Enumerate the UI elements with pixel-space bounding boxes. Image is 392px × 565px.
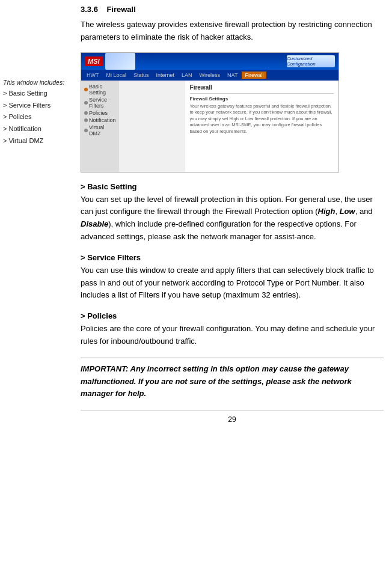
high-label: High (318, 207, 335, 216)
nav-basic-setting: Basic Setting (82, 83, 118, 96)
tab-hwt: HWT (84, 72, 102, 79)
policies-title-text: > Policies (81, 311, 117, 320)
page-number: 29 (81, 410, 384, 429)
nav-bullet-basic (84, 88, 88, 91)
sidebar-item-notification: > Notification (3, 123, 69, 135)
msi-logo: MSI (85, 56, 103, 66)
section-title: Firewall (106, 5, 135, 14)
tab-status: Status (130, 72, 152, 79)
main-content: 3.3.6 Firewall The wireless gateway prov… (72, 0, 392, 565)
screenshot-nav-inner: Basic Setting Service Filters Policies (82, 83, 118, 170)
header-image (105, 53, 135, 70)
sidebar-item-virtual-dmz: > Virtual DMZ (3, 135, 69, 147)
important-box: IMPORTANT: Any incorrect setting in this… (81, 358, 384, 400)
nav-bullet-service (84, 101, 88, 105)
important-label: IMPORTANT: (81, 364, 128, 373)
policies-body: Policies are the core of your firewall c… (81, 323, 384, 348)
nav-virtual-dmz: Virtual DMZ (82, 124, 118, 137)
service-filters-section: > Service Filters You can use this windo… (81, 253, 384, 302)
sidebar-links: > Basic Setting > Service Filters > Poli… (3, 88, 69, 147)
nav-bullet-policies (84, 111, 88, 115)
nav-bullet-notification (84, 118, 88, 122)
tab-firewall: Firewall (242, 72, 266, 79)
screenshot-content-title: Firewall (190, 84, 334, 91)
service-filters-title-text: > Service Filters (81, 253, 141, 262)
service-filters-title: > Service Filters (81, 253, 384, 262)
service-filters-body: You can use this window to create and ap… (81, 264, 384, 302)
section-header: 3.3.6 Firewall (81, 5, 136, 14)
nav-label-dmz: Virtual DMZ (89, 124, 116, 136)
low-label: Low (340, 207, 355, 216)
basic-setting-title: > Basic Setting (81, 182, 384, 191)
tab-wireless: Wireless (197, 72, 224, 79)
config-label: Customized Configuration (287, 56, 335, 67)
policies-section: > Policies Policies are the core of your… (81, 311, 384, 348)
basic-setting-title-text: > Basic Setting (81, 182, 137, 191)
sidebar: This window includes: > Basic Setting > … (0, 0, 72, 565)
sidebar-intro: This window includes: (3, 78, 69, 88)
intro-text: The wireless gateway provides extensive … (81, 19, 384, 44)
screenshot-content-text: Your wireless gateway features powerful … (190, 103, 334, 135)
sidebar-item-service-filters: > Service Filters (3, 100, 69, 112)
tab-internet: Internet (153, 72, 178, 79)
nav-bullet-dmz (84, 129, 88, 132)
screenshot-nav: Basic Setting Service Filters Policies (81, 81, 119, 172)
section-number: 3.3.6 (81, 5, 98, 14)
policies-title: > Policies (81, 311, 384, 320)
sidebar-item-policies: > Policies (3, 111, 69, 123)
config-label-box: Customized Configuration (287, 55, 335, 67)
tab-mi-local: Mi Local (103, 72, 130, 79)
nav-label-notification: Notification (89, 117, 116, 123)
tab-lan: LAN (179, 72, 195, 79)
nav-notification: Notification (82, 117, 118, 124)
nav-label-policies: Policies (89, 110, 108, 116)
basic-setting-body: You can set up the level of firewall pro… (81, 194, 384, 243)
nav-label-basic: Basic Setting (89, 84, 116, 96)
tab-nat: NAT (224, 72, 240, 79)
basic-setting-section: > Basic Setting You can set up the level… (81, 182, 384, 243)
sidebar-item-basic: > Basic Setting (3, 88, 69, 100)
screenshot-content: Firewall Firewall Settings Your wireless… (185, 81, 338, 172)
header-tabs: HWT Mi Local Status Internet LAN Wireles… (81, 70, 338, 81)
disable-label: Disable (81, 219, 108, 228)
nav-label-service: Service Filters (89, 97, 116, 109)
nav-service-filters: Service Filters (82, 96, 118, 109)
screenshot-box: MSI Customized Configuration HWT Mi Loca… (81, 52, 339, 173)
nav-policies: Policies (82, 109, 118, 117)
screenshot-content-subtitle: Firewall Settings (190, 96, 334, 102)
screenshot-header: MSI Customized Configuration (81, 53, 338, 70)
